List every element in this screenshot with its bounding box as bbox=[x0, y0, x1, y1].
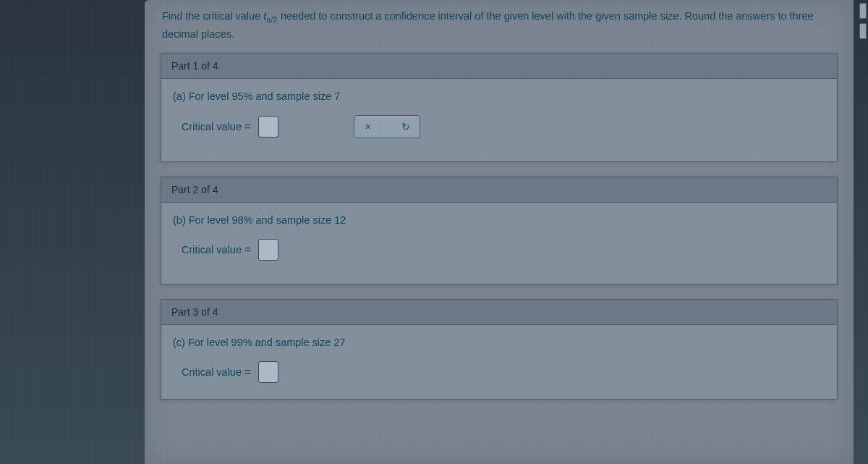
sub-question: (a) For level 95% and sample size 7 bbox=[173, 90, 825, 102]
part-block-3: Part 3 of 4 (c) For level 99% and sample… bbox=[161, 299, 838, 400]
handle-icon[interactable] bbox=[859, 23, 867, 39]
answer-row: Critical value = bbox=[173, 361, 825, 383]
part-body: (a) For level 95% and sample size 7 Crit… bbox=[161, 79, 837, 161]
answer-label: Critical value = bbox=[182, 121, 251, 132]
clear-icon[interactable]: × bbox=[362, 120, 375, 133]
reset-icon[interactable]: ↻ bbox=[399, 120, 412, 133]
sub-question: (b) For level 98% and sample size 12 bbox=[173, 214, 825, 226]
part-block-1: Part 1 of 4 (a) For level 95% and sample… bbox=[161, 53, 838, 162]
part-header: Part 2 of 4 bbox=[161, 177, 837, 203]
handle-icon[interactable] bbox=[859, 3, 867, 19]
sub-question: (c) For level 99% and sample size 27 bbox=[173, 337, 825, 348]
answer-row: Critical value = × ↻ bbox=[173, 115, 825, 138]
instruction-prefix: Find the critical value bbox=[162, 10, 263, 22]
answer-label: Critical value = bbox=[182, 366, 251, 378]
critical-value-input[interactable] bbox=[258, 116, 278, 138]
critical-value-input[interactable] bbox=[258, 239, 278, 261]
critical-value-input[interactable] bbox=[258, 361, 278, 383]
instruction-text: Find the critical value tα/2 needed to c… bbox=[145, 0, 854, 53]
answer-label: Critical value = bbox=[182, 244, 251, 256]
input-controls: × ↻ bbox=[354, 115, 420, 138]
part-header: Part 3 of 4 bbox=[161, 300, 837, 325]
part-body: (b) For level 98% and sample size 12 Cri… bbox=[161, 203, 837, 284]
part-header: Part 1 of 4 bbox=[161, 54, 837, 79]
question-page: Find the critical value tα/2 needed to c… bbox=[145, 0, 854, 464]
t-subscript: α/2 bbox=[266, 16, 278, 24]
part-block-2: Part 2 of 4 (b) For level 98% and sample… bbox=[161, 177, 838, 284]
answer-row: Critical value = bbox=[173, 239, 825, 261]
part-body: (c) For level 99% and sample size 27 Cri… bbox=[161, 325, 837, 399]
side-handles bbox=[858, 3, 868, 46]
